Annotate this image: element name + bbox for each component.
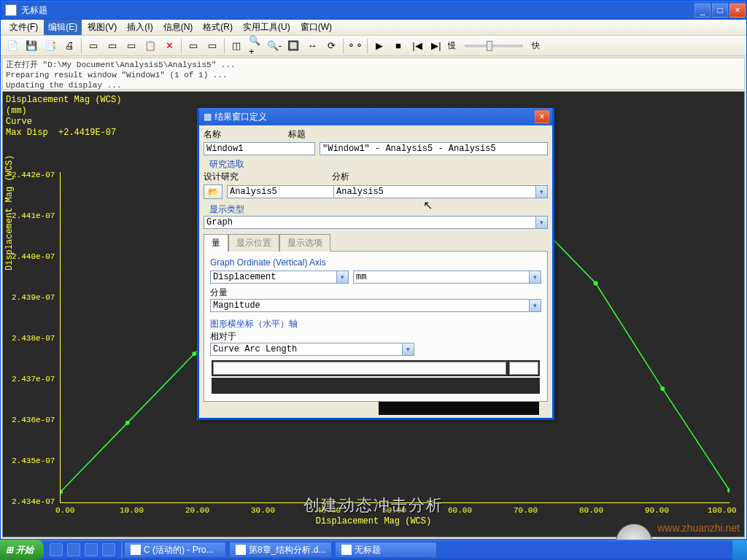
zoom-fit-icon[interactable]: 🔲 xyxy=(286,39,301,53)
rotate-icon[interactable]: ⟳ xyxy=(324,39,338,53)
y-tick: 2.440e-07 xyxy=(12,252,55,261)
study-section-label: 研究选取 xyxy=(209,158,548,171)
menu-format[interactable]: 格式(R) xyxy=(198,20,237,35)
minimize-button[interactable]: _ xyxy=(694,3,711,18)
close-button[interactable]: × xyxy=(729,3,746,18)
y-tick: 2.438e-07 xyxy=(12,334,55,343)
tab-display-position[interactable]: 显示位置 xyxy=(228,234,279,252)
menu-insert[interactable]: 插入(I) xyxy=(123,20,157,35)
window3-icon[interactable]: ▭ xyxy=(124,39,139,53)
svg-point-10 xyxy=(727,489,729,493)
task-item[interactable]: 第8章_结构分析.d... xyxy=(229,542,332,558)
watermark: www.zhuanzhi.net xyxy=(657,522,740,534)
title-input[interactable] xyxy=(320,142,548,155)
titlebar[interactable]: 无标题 _ □ × xyxy=(1,1,746,20)
toolbar: 📄 💾 📑 🖨 ▭ ▭ ▭ 📋 ✕ ▭ ▭ ◫ 🔍+ 🔍- 🔲 ↔ ⟳ ⚬⚬ ▶… xyxy=(1,36,746,56)
maximize-button[interactable]: □ xyxy=(712,3,728,18)
slider-left-label: 慢 xyxy=(448,40,456,51)
abscissa-group-label: 图形横坐标（水平）轴 xyxy=(210,318,541,330)
menu-view[interactable]: 视图(V) xyxy=(83,20,121,35)
select-box-icon[interactable]: ◫ xyxy=(229,39,244,53)
cursor-icon: ↖ xyxy=(423,198,433,212)
y-tick: 2.435e-07 xyxy=(12,456,55,465)
print-icon[interactable]: 🖨 xyxy=(62,39,77,53)
zoom-out-icon[interactable]: 🔍- xyxy=(267,39,282,53)
dialog-title: 结果窗口定义 xyxy=(214,111,267,123)
stop-icon[interactable]: ■ xyxy=(391,39,406,53)
tab-display-options[interactable]: 显示选项 xyxy=(279,234,330,252)
prev-icon[interactable]: |◀ xyxy=(410,39,425,53)
quick-launch xyxy=(50,543,115,556)
x-tick: 80.00 xyxy=(579,506,603,515)
result-window-definition-dialog: ▦ 结果窗口定义 × 名称 标题 研究选取 设计研究 分析 📂 ▾ ▾ 显示类型 xyxy=(197,108,554,420)
menu-tools[interactable]: 实用工具(U) xyxy=(239,20,295,35)
clipboard-icon[interactable]: 📋 xyxy=(143,39,158,53)
pan-icon[interactable]: ↔ xyxy=(305,39,320,53)
name-label: 名称 xyxy=(204,128,284,141)
new-icon[interactable]: 📄 xyxy=(5,39,20,53)
menu-info[interactable]: 信息(N) xyxy=(159,20,198,35)
y-tick: 2.441e-07 xyxy=(12,211,55,220)
task-item[interactable]: 无标题 xyxy=(335,542,437,558)
speed-slider[interactable] xyxy=(465,44,523,47)
y-tick: 2.442e-07 xyxy=(12,171,55,179)
window-title: 无标题 xyxy=(21,4,47,17)
menu-file[interactable]: 文件(F) xyxy=(5,20,42,35)
delete-icon[interactable]: ✕ xyxy=(162,39,177,53)
display-type-combo[interactable]: ▾ xyxy=(204,216,548,229)
ordinate-group-label: Graph Ordinate (Vertical) Axis xyxy=(210,257,541,268)
design-study-label: 设计研究 xyxy=(204,171,328,183)
display-type-label: 显示类型 xyxy=(209,203,548,216)
ordinate-quantity-combo[interactable]: ▾ xyxy=(210,271,349,284)
taskbar: ⊞开始 C (活动的) - Pro... 第8章_结构分析.d... 无标题 xyxy=(0,540,747,560)
svg-point-1 xyxy=(125,421,130,425)
copy-icon[interactable]: 📑 xyxy=(43,39,58,53)
svg-point-9 xyxy=(660,386,665,391)
app-icon xyxy=(5,4,17,16)
x-tick: 100.00 xyxy=(708,506,737,515)
slider-right-label: 快 xyxy=(532,40,540,51)
x-tick: 70.00 xyxy=(514,506,538,515)
link-icon[interactable]: ⚬⚬ xyxy=(348,39,363,53)
open-folder-button[interactable]: 📂 xyxy=(204,184,222,199)
relative-label: 相对于 xyxy=(210,330,541,343)
ql-ie-icon[interactable] xyxy=(50,543,63,556)
relative-combo[interactable]: ▾ xyxy=(210,343,414,356)
ql-app1-icon[interactable] xyxy=(85,543,98,556)
slot-2 xyxy=(212,378,540,394)
x-tick: 30.00 xyxy=(251,506,275,515)
system-tray[interactable] xyxy=(732,540,747,560)
dialog-titlebar[interactable]: ▦ 结果窗口定义 × xyxy=(199,108,552,125)
window2-icon[interactable]: ▭ xyxy=(105,39,120,53)
result2-icon[interactable]: ▭ xyxy=(205,39,220,53)
design-study-combo[interactable]: ▾ xyxy=(227,185,329,198)
component-combo[interactable]: ▾ xyxy=(210,299,541,312)
analysis-label: 分析 xyxy=(332,171,349,183)
play-icon[interactable]: ▶ xyxy=(372,39,387,53)
result1-icon[interactable]: ▭ xyxy=(186,39,201,53)
analysis-combo[interactable]: ▾ xyxy=(333,185,548,198)
name-input[interactable] xyxy=(204,142,315,155)
x-tick: 60.00 xyxy=(448,506,472,515)
window1-icon[interactable]: ▭ xyxy=(86,39,101,53)
ql-app2-icon[interactable] xyxy=(102,543,115,556)
svg-point-2 xyxy=(192,351,196,356)
ql-desktop-icon[interactable] xyxy=(67,543,80,556)
ordinate-unit-combo[interactable]: ▾ xyxy=(353,271,541,284)
tab-bar: 量 显示位置 显示选项 xyxy=(204,233,548,251)
y-tick: 2.437e-07 xyxy=(12,375,55,384)
menu-edit[interactable]: 编辑(E) xyxy=(44,20,82,35)
zoom-in-icon[interactable]: 🔍+ xyxy=(248,39,263,53)
dialog-close-button[interactable]: × xyxy=(535,110,549,123)
tab-quantity[interactable]: 量 xyxy=(204,234,228,252)
x-tick: 10.00 xyxy=(120,506,144,515)
save-icon[interactable]: 💾 xyxy=(24,39,39,53)
next-icon[interactable]: ▶| xyxy=(429,39,444,53)
menu-window[interactable]: 窗口(W) xyxy=(296,20,336,35)
status-log: 正在打开 "D:\My Document\Analysis5\Analysis5… xyxy=(2,58,745,90)
y-tick: 2.439e-07 xyxy=(12,293,55,302)
x-tick: 0.00 xyxy=(55,506,74,515)
svg-point-8 xyxy=(594,281,598,286)
task-item[interactable]: C (活动的) - Pro... xyxy=(124,542,226,558)
start-button[interactable]: ⊞开始 xyxy=(0,540,44,560)
